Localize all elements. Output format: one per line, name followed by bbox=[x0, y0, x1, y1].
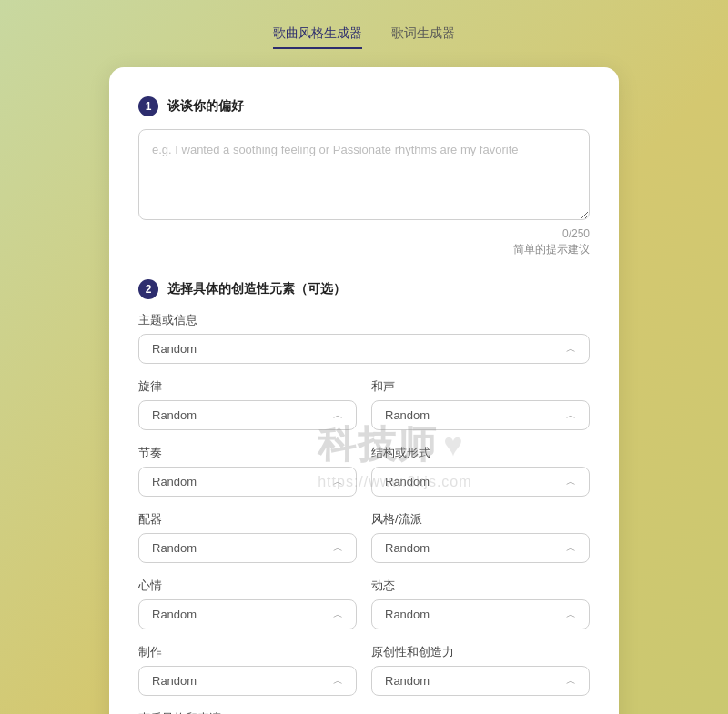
structure-field-group: 结构或形式 Random ︿ bbox=[371, 445, 590, 497]
genre-value: Random bbox=[385, 541, 430, 555]
tab-bar: 歌曲风格生成器 歌词生成器 bbox=[273, 18, 455, 49]
production-label: 制作 bbox=[138, 644, 357, 660]
harmony-value: Random bbox=[385, 408, 430, 422]
melody-value: Random bbox=[152, 408, 197, 422]
theme-chevron: ︿ bbox=[566, 342, 576, 356]
production-select[interactable]: Random ︿ bbox=[138, 666, 357, 696]
dynamic-label: 动态 bbox=[371, 578, 590, 594]
originality-chevron: ︿ bbox=[566, 674, 576, 688]
dynamic-value: Random bbox=[385, 608, 430, 621]
section2: 2 选择具体的创造性元素（可选） 主题或信息 Random ︿ 旋律 Rando… bbox=[138, 279, 590, 714]
harmony-chevron: ︿ bbox=[566, 408, 576, 422]
genre-select[interactable]: Random ︿ bbox=[371, 533, 590, 563]
preference-textarea[interactable] bbox=[138, 129, 590, 220]
rhythm-chevron: ︿ bbox=[333, 475, 343, 488]
fields-grid: 旋律 Random ︿ 和声 Random ︿ 节奏 Random ︿ bbox=[138, 378, 590, 696]
section1-title: 谈谈你的偏好 bbox=[167, 98, 244, 115]
harmony-select[interactable]: Random ︿ bbox=[371, 400, 590, 430]
rhythm-field-group: 节奏 Random ︿ bbox=[138, 445, 357, 497]
production-chevron: ︿ bbox=[333, 674, 343, 688]
tab-style-gen[interactable]: 歌曲风格生成器 bbox=[273, 25, 362, 49]
mood-field-group: 心情 Random ︿ bbox=[138, 578, 357, 629]
dynamic-field-group: 动态 Random ︿ bbox=[371, 578, 590, 629]
structure-select[interactable]: Random ︿ bbox=[371, 467, 590, 497]
mood-value: Random bbox=[152, 608, 197, 621]
originality-label: 原创性和创造力 bbox=[371, 644, 590, 660]
theme-field-group: 主题或信息 Random ︿ bbox=[138, 312, 590, 364]
rhythm-select[interactable]: Random ︿ bbox=[138, 467, 357, 497]
section2-header: 2 选择具体的创造性元素（可选） bbox=[138, 279, 590, 299]
originality-value: Random bbox=[385, 674, 430, 688]
mood-chevron: ︿ bbox=[333, 608, 343, 621]
melody-field-group: 旋律 Random ︿ bbox=[138, 378, 357, 430]
theme-value: Random bbox=[152, 342, 197, 356]
section1-number: 1 bbox=[138, 96, 158, 116]
instrument-value: Random bbox=[152, 541, 197, 555]
dynamic-select[interactable]: Random ︿ bbox=[371, 599, 590, 629]
genre-field-group: 风格/流派 Random ︿ bbox=[371, 511, 590, 563]
vocal-label: 声乐风格和表演 bbox=[138, 710, 357, 714]
melody-chevron: ︿ bbox=[333, 408, 343, 422]
tab-lyric-gen[interactable]: 歌词生成器 bbox=[391, 25, 455, 49]
theme-label: 主题或信息 bbox=[138, 312, 590, 328]
vocal-field-group: 声乐风格和表演 Random ︿ bbox=[138, 710, 357, 714]
instrument-field-group: 配器 Random ︿ bbox=[138, 511, 357, 563]
genre-label: 风格/流派 bbox=[371, 511, 590, 528]
harmony-field-group: 和声 Random ︿ bbox=[371, 378, 590, 430]
section2-number: 2 bbox=[138, 279, 158, 299]
rhythm-value: Random bbox=[152, 475, 197, 488]
rhythm-label: 节奏 bbox=[138, 445, 357, 461]
genre-chevron: ︿ bbox=[566, 541, 576, 555]
theme-select[interactable]: Random ︿ bbox=[138, 334, 590, 364]
melody-select[interactable]: Random ︿ bbox=[138, 400, 357, 430]
structure-label: 结构或形式 bbox=[371, 445, 590, 461]
originality-select[interactable]: Random ︿ bbox=[371, 666, 590, 696]
structure-value: Random bbox=[385, 475, 430, 488]
simple-tips: 简单的提示建议 bbox=[138, 242, 590, 257]
production-field-group: 制作 Random ︿ bbox=[138, 644, 357, 696]
structure-chevron: ︿ bbox=[566, 475, 576, 488]
mood-select[interactable]: Random ︿ bbox=[138, 599, 357, 629]
main-card: 科技师 ♥ https://www.3kjs.com 1 谈谈你的偏好 0/25… bbox=[109, 67, 619, 714]
instrument-label: 配器 bbox=[138, 511, 357, 528]
dynamic-chevron: ︿ bbox=[566, 608, 576, 621]
instrument-select[interactable]: Random ︿ bbox=[138, 533, 357, 563]
section2-title: 选择具体的创造性元素（可选） bbox=[167, 281, 346, 297]
char-count: 0/250 bbox=[138, 227, 590, 240]
mood-label: 心情 bbox=[138, 578, 357, 594]
section1-header: 1 谈谈你的偏好 bbox=[138, 96, 590, 116]
production-value: Random bbox=[152, 674, 197, 688]
melody-label: 旋律 bbox=[138, 378, 357, 395]
originality-field-group: 原创性和创造力 Random ︿ bbox=[371, 644, 590, 696]
instrument-chevron: ︿ bbox=[333, 541, 343, 555]
harmony-label: 和声 bbox=[371, 378, 590, 395]
